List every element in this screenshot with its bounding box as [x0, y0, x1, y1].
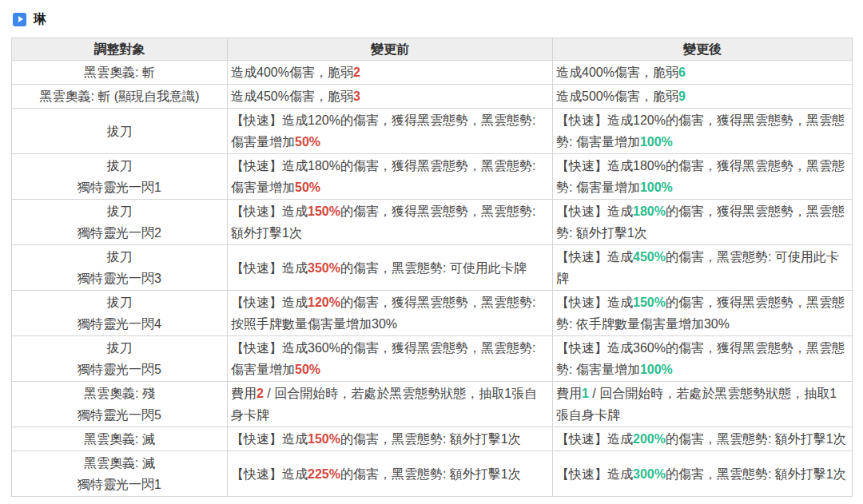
- before-change-cell: 【快速】造成150%的傷害，黑雲態勢: 額外打擊1次: [228, 427, 553, 451]
- adjust-target-cell: 黑雲奧義: 殘獨特靈光一閃5: [12, 382, 228, 427]
- before-change-cell: 造成400%傷害，脆弱2: [228, 61, 553, 85]
- table-row: 黑雲奧義: 滅獨特靈光一閃1 【快速】造成225%的傷害，黑雲態勢: 額外打擊1…: [12, 451, 853, 497]
- column-header-before: 變更前: [228, 38, 553, 61]
- section-header: 琳: [13, 11, 852, 27]
- after-change-cell: 【快速】造成180%的傷害，獲得黑雲態勢，黑雲態勢: 傷害量增加100%: [553, 154, 853, 200]
- table-row: 拔刀獨特靈光一閃5 【快速】造成360%的傷害，獲得黑雲態勢，黑雲態勢: 傷害量…: [12, 336, 853, 382]
- adjust-target-cell: 拔刀: [12, 109, 228, 154]
- adjust-target-cell: 拔刀獨特靈光一閃3: [12, 245, 228, 291]
- adjust-target-cell: 黑雲奧義: 斬 (顯現自我意識): [12, 85, 228, 109]
- play-icon: [13, 13, 26, 26]
- table-row: 拔刀獨特靈光一閃2 【快速】造成150%的傷害，獲得黑雲態勢，黑雲態勢: 額外打…: [12, 200, 853, 245]
- column-header-after: 變更後: [553, 38, 853, 61]
- after-change-cell: 【快速】造成360%的傷害，獲得黑雲態勢，黑雲態勢: 傷害量增加100%: [553, 336, 853, 382]
- column-header-target: 調整對象: [12, 38, 228, 61]
- table-row: 黑雲奧義: 斬 造成400%傷害，脆弱2 造成400%傷害，脆弱6: [12, 61, 853, 85]
- table-row: 拔刀獨特靈光一閃1 【快速】造成180%的傷害，獲得黑雲態勢，黑雲態勢: 傷害量…: [12, 154, 853, 200]
- adjust-target-cell: 拔刀獨特靈光一閃4: [12, 291, 228, 336]
- table-row: 拔刀 【快速】造成120%的傷害，獲得黑雲態勢，黑雲態勢: 傷害量增加50% 【…: [12, 109, 853, 154]
- before-change-cell: 【快速】造成150%的傷害，獲得黑雲態勢，黑雲態勢: 額外打擊1次: [228, 200, 553, 245]
- before-change-cell: 【快速】造成225%的傷害，黑雲態勢: 額外打擊1次: [228, 451, 553, 497]
- table-header-row: 調整對象 變更前 變更後: [12, 38, 853, 61]
- after-change-cell: 【快速】造成300%的傷害，黑雲態勢: 額外打擊1次: [553, 451, 853, 497]
- adjust-target-cell: 黑雲奧義: 滅獨特靈光一閃1: [12, 451, 228, 497]
- table-row: 黑雲奧義: 滅 【快速】造成150%的傷害，黑雲態勢: 額外打擊1次 【快速】造…: [12, 427, 853, 451]
- table-row: 拔刀獨特靈光一閃3 【快速】造成350%的傷害，黑雲態勢: 可使用此卡牌 【快速…: [12, 245, 853, 291]
- table-row: 黑雲奧義: 斬 (顯現自我意識) 造成450%傷害，脆弱3 造成500%傷害，脆…: [12, 85, 853, 109]
- table-row: 黑雲奧義: 殘獨特靈光一閃5 費用2 / 回合開始時，若處於黑雲態勢狀態，抽取1…: [12, 382, 853, 427]
- after-change-cell: 【快速】造成180%的傷害，獲得黑雲態勢，黑雲態勢: 額外打擊1次: [553, 200, 853, 245]
- adjust-target-cell: 拔刀獨特靈光一閃2: [12, 200, 228, 245]
- adjust-target-cell: 拔刀獨特靈光一閃1: [12, 154, 228, 200]
- after-change-cell: 【快速】造成120%的傷害，獲得黑雲態勢，黑雲態勢: 傷害量增加100%: [553, 109, 853, 154]
- before-change-cell: 費用2 / 回合開始時，若處於黑雲態勢狀態，抽取1張自身卡牌: [228, 382, 553, 427]
- changes-table: 調整對象 變更前 變更後 黑雲奧義: 斬 造成400%傷害，脆弱2 造成400%…: [11, 38, 853, 497]
- table-body: 黑雲奧義: 斬 造成400%傷害，脆弱2 造成400%傷害，脆弱6 黑雲奧義: …: [12, 61, 853, 497]
- after-change-cell: 造成500%傷害，脆弱9: [553, 85, 853, 109]
- table-row: 拔刀獨特靈光一閃4 【快速】造成120%的傷害，獲得黑雲態勢，黑雲態勢: 按照手…: [12, 291, 853, 336]
- page: 琳 調整對象 變更前 變更後 黑雲奧義: 斬 造成400%傷害，脆弱2 造成40…: [0, 0, 863, 497]
- adjust-target-cell: 黑雲奧義: 斬: [12, 61, 228, 85]
- after-change-cell: 【快速】造成150%的傷害，獲得黑雲態勢，黑雲態勢: 依手牌數量傷害量增加30%: [553, 291, 853, 336]
- after-change-cell: 【快速】造成200%的傷害，黑雲態勢: 額外打擊1次: [553, 427, 853, 451]
- after-change-cell: 造成400%傷害，脆弱6: [553, 61, 853, 85]
- after-change-cell: 費用1 / 回合開始時，若處於黑雲態勢狀態，抽取1張自身卡牌: [553, 382, 853, 427]
- before-change-cell: 【快速】造成350%的傷害，黑雲態勢: 可使用此卡牌: [228, 245, 553, 291]
- page-title: 琳: [34, 11, 46, 28]
- adjust-target-cell: 黑雲奧義: 滅: [12, 427, 228, 451]
- adjust-target-cell: 拔刀獨特靈光一閃5: [12, 336, 228, 382]
- before-change-cell: 【快速】造成360%的傷害，獲得黑雲態勢，黑雲態勢: 傷害量增加50%: [228, 336, 553, 382]
- before-change-cell: 【快速】造成180%的傷害，獲得黑雲態勢，黑雲態勢: 傷害量增加50%: [228, 154, 553, 200]
- before-change-cell: 造成450%傷害，脆弱3: [228, 85, 553, 109]
- before-change-cell: 【快速】造成120%的傷害，獲得黑雲態勢，黑雲態勢: 傷害量增加50%: [228, 109, 553, 154]
- after-change-cell: 【快速】造成450%的傷害，黑雲態勢: 可使用此卡牌: [553, 245, 853, 291]
- before-change-cell: 【快速】造成120%的傷害，獲得黑雲態勢，黑雲態勢: 按照手牌數量傷害量增加30…: [228, 291, 553, 336]
